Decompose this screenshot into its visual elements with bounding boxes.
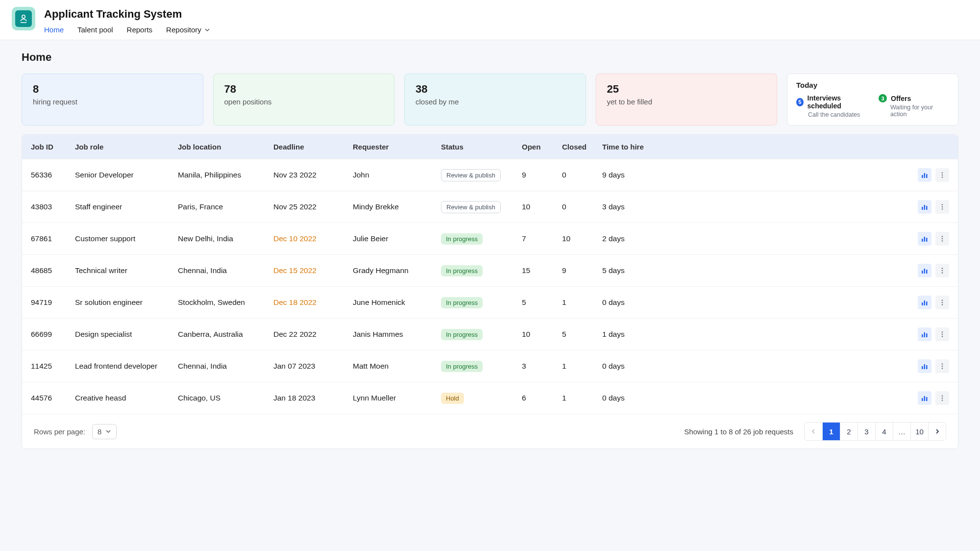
stat-yet-to-be-filled[interactable]: 25 yet to be filled xyxy=(596,74,778,125)
row-more-button[interactable] xyxy=(935,168,949,182)
nav-reports[interactable]: Reports xyxy=(127,25,153,34)
row-chart-button[interactable] xyxy=(918,327,931,341)
pager-page[interactable]: 2 xyxy=(840,423,858,440)
pager-next[interactable] xyxy=(928,423,946,440)
cell-time-to-hire: 3 days xyxy=(602,202,665,211)
row-more-button[interactable] xyxy=(935,359,949,373)
table-row[interactable]: 48685Technical writerChennai, IndiaDec 1… xyxy=(22,254,958,286)
row-chart-button[interactable] xyxy=(918,264,931,277)
table-row[interactable]: 66699Design specialistCanberra, Australi… xyxy=(22,318,958,350)
pager-page[interactable]: 10 xyxy=(910,423,928,440)
svg-rect-43 xyxy=(922,398,923,401)
status-badge: In progress xyxy=(441,233,483,245)
stat-closed-by-me[interactable]: 38 closed by me xyxy=(404,74,586,125)
svg-point-35 xyxy=(942,334,943,335)
row-chart-button[interactable] xyxy=(918,168,931,182)
row-more-button[interactable] xyxy=(935,232,949,246)
col-closed[interactable]: Closed xyxy=(562,143,602,151)
cell-requester: Julie Beier xyxy=(353,234,441,243)
app-logo-icon xyxy=(15,10,32,27)
svg-rect-14 xyxy=(924,237,926,242)
cell-job-role: Design specialist xyxy=(75,330,178,339)
nav-repository[interactable]: Repository xyxy=(166,25,210,34)
row-chart-button[interactable] xyxy=(918,296,931,309)
svg-rect-32 xyxy=(924,332,926,337)
table-row[interactable]: 56336Senior DeveloperManila, Philippines… xyxy=(22,159,958,191)
svg-rect-31 xyxy=(922,334,923,337)
stat-hiring-request[interactable]: 8 hiring request xyxy=(22,74,203,125)
col-requester[interactable]: Requester xyxy=(353,143,441,151)
cell-open: 7 xyxy=(522,234,562,243)
bar-chart-icon xyxy=(921,203,928,210)
status-badge: In progress xyxy=(441,297,483,308)
row-more-button[interactable] xyxy=(935,264,949,277)
svg-point-23 xyxy=(942,270,943,272)
table-row[interactable]: 67861Customer supportNew Delhi, IndiaDec… xyxy=(22,223,958,254)
svg-rect-13 xyxy=(922,239,923,242)
cell-deadline: Dec 10 2022 xyxy=(273,234,353,243)
cell-deadline: Nov 23 2022 xyxy=(273,171,353,179)
svg-rect-15 xyxy=(926,238,928,242)
table-body: 56336Senior DeveloperManila, Philippines… xyxy=(22,159,958,414)
row-chart-button[interactable] xyxy=(918,391,931,405)
pager-page[interactable]: 1 xyxy=(822,423,840,440)
cell-open: 5 xyxy=(522,298,562,307)
col-job-role[interactable]: Job role xyxy=(75,143,178,151)
today-interviews[interactable]: 5 Interviews scheduled Call the candidat… xyxy=(796,94,867,118)
cell-job-id: 94719 xyxy=(31,298,75,307)
stat-open-positions[interactable]: 78 open positions xyxy=(213,74,395,125)
more-vertical-icon xyxy=(939,395,946,401)
cell-time-to-hire: 0 days xyxy=(602,298,665,307)
svg-rect-9 xyxy=(926,206,928,210)
table-row[interactable]: 11425Lead frontend developerChennai, Ind… xyxy=(22,350,958,382)
svg-point-4 xyxy=(942,172,943,174)
col-open[interactable]: Open xyxy=(522,143,562,151)
stat-value: 25 xyxy=(607,83,766,96)
page-body: Home 8 hiring request 78 open positions … xyxy=(0,40,980,460)
nav-home[interactable]: Home xyxy=(44,25,64,34)
cell-job-role: Creative heasd xyxy=(75,394,178,402)
svg-rect-45 xyxy=(926,397,928,401)
svg-rect-21 xyxy=(926,270,928,274)
more-vertical-icon xyxy=(939,331,946,338)
row-more-button[interactable] xyxy=(935,391,949,405)
today-offers[interactable]: 3 Offers Waiting for your action xyxy=(879,94,949,118)
row-more-button[interactable] xyxy=(935,296,949,309)
cell-closed: 0 xyxy=(562,202,602,211)
cell-time-to-hire: 0 days xyxy=(602,394,665,402)
table-row[interactable]: 43803Staff engineerParis, FranceNov 25 2… xyxy=(22,191,958,223)
row-chart-button[interactable] xyxy=(918,359,931,373)
cell-status: In progress xyxy=(441,329,522,340)
nav-talent-pool[interactable]: Talent pool xyxy=(77,25,113,34)
col-job-id[interactable]: Job ID xyxy=(31,143,75,151)
row-chart-button[interactable] xyxy=(918,232,931,246)
cell-job-location: Canberra, Australia xyxy=(178,330,273,339)
table-row[interactable]: 44576Creative heasdChicago, USJan 18 202… xyxy=(22,382,958,414)
stat-value: 78 xyxy=(224,83,384,96)
col-time-to-hire[interactable]: Time to hire xyxy=(602,143,665,151)
svg-point-48 xyxy=(942,400,943,401)
rows-per-page-select[interactable]: 8 xyxy=(92,424,117,439)
cell-closed: 1 xyxy=(562,394,602,402)
cell-deadline: Jan 07 2023 xyxy=(273,362,353,371)
table-row[interactable]: 94719Sr solution engineerStockholm, Swed… xyxy=(22,286,958,318)
pager-page[interactable]: 3 xyxy=(858,423,875,440)
cell-job-role: Lead frontend developer xyxy=(75,362,178,371)
pager-page[interactable]: 4 xyxy=(875,423,893,440)
cell-status: In progress xyxy=(441,265,522,276)
col-status[interactable]: Status xyxy=(441,143,522,151)
stat-value: 8 xyxy=(33,83,192,96)
cell-time-to-hire: 9 days xyxy=(602,171,665,179)
col-job-location[interactable]: Job location xyxy=(178,143,273,151)
row-chart-button[interactable] xyxy=(918,200,931,214)
row-more-button[interactable] xyxy=(935,200,949,214)
row-more-button[interactable] xyxy=(935,327,949,341)
pager-ellipsis: … xyxy=(893,423,910,440)
bar-chart-icon xyxy=(921,172,928,178)
svg-rect-37 xyxy=(922,366,923,369)
svg-rect-1 xyxy=(922,175,923,178)
col-deadline[interactable]: Deadline xyxy=(273,143,353,151)
offers-count-badge: 3 xyxy=(879,94,887,102)
pager-prev[interactable] xyxy=(805,423,822,440)
cell-job-role: Technical writer xyxy=(75,266,178,275)
